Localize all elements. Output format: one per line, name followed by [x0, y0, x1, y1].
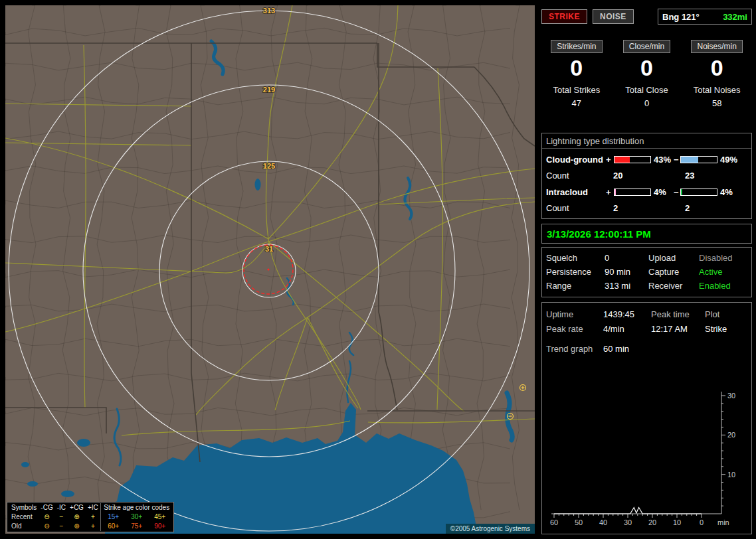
- ring-label-125: 125: [263, 162, 275, 170]
- ring-label-219: 219: [263, 86, 275, 94]
- svg-text:min: min: [717, 518, 729, 526]
- status-label: Range: [546, 281, 605, 291]
- cg-negative-bar: [680, 156, 717, 163]
- copyright-label: ©2005 Astrogenic Systems: [446, 524, 535, 534]
- plus-sign: +: [606, 187, 614, 197]
- cloud-ground-count-row: Count 20 23: [542, 167, 751, 184]
- svg-text:10: 10: [727, 471, 735, 479]
- map-svg: 313 219 125 31: [5, 5, 535, 534]
- distribution-title: Lightning type distribution: [542, 135, 751, 149]
- cg-positive-pct: 43%: [651, 155, 674, 165]
- peak-time-value: 12:17 AM: [651, 324, 705, 334]
- cg-negative-count: 23: [685, 171, 747, 181]
- minus-sign: −: [674, 187, 680, 197]
- datetime-display: 3/13/2026 12:00:11 PM: [541, 224, 752, 244]
- ic-positive-count: 2: [613, 203, 685, 213]
- neg-ic-symbol: −: [55, 522, 68, 531]
- svg-text:20: 20: [648, 518, 656, 526]
- age-code: 60+: [102, 522, 125, 531]
- strike-toggle-button[interactable]: STRIKE: [541, 9, 587, 24]
- datetime-value: 3/13/2026 12:00:11 PM: [547, 228, 651, 240]
- intracloud-row: Intracloud + 4% − 4%: [542, 184, 751, 200]
- pos-cg-symbol: ⊕: [68, 512, 86, 522]
- status-value: 90 min: [605, 267, 648, 277]
- status-value: 0: [605, 253, 648, 263]
- strikes-per-min-counter: Strikes/min 0 Total Strikes 47: [541, 40, 612, 130]
- svg-text:10: 10: [673, 518, 681, 526]
- neg-ic-symbol: −: [55, 512, 68, 522]
- uptime-label: Uptime: [546, 309, 603, 319]
- counter-value: 0: [541, 56, 612, 80]
- info-row: Uptime 1439:45 Peak time Plot: [546, 307, 747, 321]
- counter-value: 0: [682, 56, 752, 80]
- ic-negative-count: 2: [685, 203, 747, 213]
- svg-text:20: 20: [727, 431, 735, 439]
- age-code: 30+: [125, 512, 148, 522]
- counter-label: Noises/min: [691, 40, 742, 53]
- peak-time-label: Peak time: [651, 309, 705, 319]
- svg-text:0: 0: [700, 518, 704, 526]
- svg-text:30: 30: [624, 518, 632, 526]
- svg-text:60: 60: [550, 518, 558, 526]
- ring-label-313: 313: [263, 7, 275, 15]
- trend-graph-chart: 1020306050403020100min: [543, 356, 748, 532]
- ic-positive-pct: 4%: [651, 187, 674, 197]
- row-label: Intracloud: [546, 187, 606, 197]
- status-row: Persistence 90 min Capture Active: [546, 265, 747, 279]
- age-code: 90+: [148, 522, 171, 531]
- ic-negative-bar: [680, 189, 717, 196]
- trend-row: Trend graph 60 min: [546, 341, 747, 356]
- status-label: Squelch: [546, 253, 605, 263]
- cg-negative-pct: 49%: [717, 155, 747, 165]
- total-label: Total Strikes: [541, 85, 612, 95]
- bearing-range-value: 332mi: [723, 12, 747, 22]
- counter-label: Close/min: [623, 40, 670, 53]
- trend-window-value: 60 min: [603, 344, 651, 354]
- svg-text:30: 30: [727, 392, 735, 400]
- counter-value: 0: [612, 56, 682, 80]
- svg-text:40: 40: [599, 518, 607, 526]
- pos-cg-symbol: ⊕: [68, 522, 86, 531]
- row-label: Cloud-ground: [546, 155, 606, 165]
- info-row: Peak rate 4/min 12:17 AM Strike: [546, 321, 747, 336]
- legend-symbols-title: Symbols: [9, 503, 39, 512]
- map-legend: Symbols -CG -IC +CG +IC Strike age color…: [7, 502, 174, 532]
- svg-text:50: 50: [575, 518, 583, 526]
- status-label: Upload: [648, 253, 699, 263]
- pos-ic-symbol: +: [86, 512, 100, 522]
- legend-age-title: Strike age color codes: [102, 503, 171, 512]
- status-label: Capture: [648, 267, 699, 277]
- total-value: 0: [612, 98, 682, 108]
- ic-negative-pct: 4%: [717, 187, 747, 197]
- status-label: Persistence: [546, 267, 605, 277]
- status-value: Enabled: [699, 281, 747, 291]
- rate-counters: Strikes/min 0 Total Strikes 47 Close/min…: [541, 31, 752, 130]
- pos-ic-symbol: +: [86, 522, 100, 531]
- total-value: 47: [541, 98, 612, 108]
- lightning-distribution-panel: Lightning type distribution Cloud-ground…: [541, 133, 752, 219]
- plot-value: Strike: [705, 324, 747, 334]
- cg-positive-count: 20: [613, 171, 685, 181]
- counter-label: Strikes/min: [551, 40, 602, 53]
- legend-row-label: Recent: [9, 512, 39, 522]
- ic-positive-bar: [614, 189, 651, 196]
- display-toggle-toolbar: STRIKE NOISE Bng 121° 332mi: [541, 7, 752, 27]
- status-row: Range 313 mi Receiver Enabled: [546, 279, 747, 293]
- noise-toggle-button[interactable]: NOISE: [593, 9, 634, 24]
- age-code: 45+: [148, 512, 171, 522]
- peak-rate-label: Peak rate: [546, 324, 603, 334]
- age-code: 75+: [125, 522, 148, 531]
- neg-cg-symbol: ⊖: [39, 522, 54, 531]
- count-label: Count: [546, 171, 613, 181]
- status-panel: Squelch 0 Upload Disabled Persistence 90…: [541, 247, 752, 297]
- ring-label-31: 31: [265, 245, 273, 253]
- status-value: Disabled: [699, 253, 747, 263]
- status-value: Active: [699, 267, 747, 277]
- minus-sign: −: [674, 155, 680, 165]
- total-label: Total Noises: [682, 85, 752, 95]
- map-view[interactable]: 313 219 125 31 Symbols -CG -IC +CG +IC S…: [5, 5, 535, 534]
- noises-per-min-counter: Noises/min 0 Total Noises 58: [682, 40, 752, 130]
- cg-positive-bar: [614, 156, 651, 163]
- plot-label: Plot: [705, 309, 747, 319]
- status-value: 313 mi: [605, 281, 648, 291]
